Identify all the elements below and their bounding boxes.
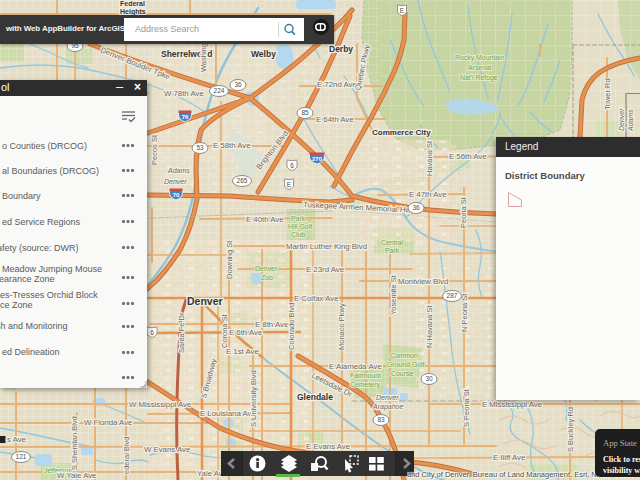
svg-text:Santa Fe Dr: Santa Fe Dr [177, 312, 186, 353]
svg-text:ederal Blvd: ederal Blvd [122, 436, 131, 474]
svg-text:Denver: Denver [187, 295, 223, 307]
svg-text:Course: Course [391, 370, 413, 377]
svg-text:Montview Blvd: Montview Blvd [398, 277, 448, 286]
svg-text:Hill Golf: Hill Golf [288, 223, 312, 230]
svg-text:Nat'l Refuge: Nat'l Refuge [460, 74, 498, 82]
svg-text:Zoo: Zoo [261, 274, 273, 281]
svg-text:Corona St: Corona St [220, 313, 229, 348]
svg-text:E 56th Ave: E 56th Ave [449, 152, 487, 161]
svg-text:E Evans Ave: E Evans Ave [306, 442, 350, 451]
svg-text:Monaco Pkwy: Monaco Pkwy [337, 303, 346, 350]
svg-text:Common: Common [390, 352, 418, 359]
svg-text:Downing St: Downing St [225, 240, 234, 279]
svg-text:Denver: Denver [376, 394, 399, 401]
svg-text:Park: Park [385, 247, 400, 254]
svg-text:N Havana St: N Havana St [425, 305, 434, 348]
svg-text:53: 53 [196, 144, 204, 151]
svg-text:Denver: Denver [618, 108, 625, 131]
svg-text:S Peoria St: S Peoria St [462, 388, 471, 427]
svg-text:s Ave: s Ave [7, 435, 26, 444]
svg-text:E 23rd Ave: E 23rd Ave [306, 265, 344, 274]
svg-text:E Louisiana Ave: E Louisiana Ave [200, 409, 256, 418]
svg-text:N Peoria St: N Peoria St [460, 293, 469, 332]
svg-text:E 1st Ave: E 1st Ave [226, 347, 259, 356]
svg-text:287: 287 [447, 292, 458, 299]
svg-text:Arsenal: Arsenal [468, 64, 492, 71]
svg-text:S University Blvd: S University Blvd [249, 370, 258, 427]
svg-text:224: 224 [214, 87, 225, 94]
svg-text:E Alameda Ave: E Alameda Ave [329, 362, 382, 371]
svg-text:E 58th Ave: E 58th Ave [213, 141, 251, 150]
svg-text:W 78th Ave: W 78th Ave [164, 89, 204, 98]
svg-text:Fairmount: Fairmount [350, 372, 381, 379]
svg-text:W Evans Ave: W Evans Ave [144, 445, 190, 454]
svg-text:E 64th Ave: E 64th Ave [316, 115, 354, 124]
svg-text:265: 265 [237, 177, 248, 184]
svg-text:Federal: Federal [120, 0, 145, 7]
svg-text:Welby: Welby [251, 49, 276, 59]
svg-text:85: 85 [301, 109, 309, 116]
svg-text:36: 36 [412, 204, 420, 211]
svg-text:E 47th Ave: E 47th Ave [409, 190, 447, 199]
svg-text:6: 6 [290, 162, 294, 169]
svg-text:Havana St: Havana St [425, 140, 434, 176]
svg-text:70: 70 [173, 192, 180, 198]
svg-text:76: 76 [182, 114, 189, 120]
svg-text:Cemetery: Cemetery [350, 381, 380, 389]
svg-text:Denver: Denver [164, 178, 187, 185]
svg-text:E Mississippi Ave: E Mississippi Ave [482, 400, 542, 409]
svg-text:E Colfax Ave: E Colfax Ave [294, 294, 339, 303]
svg-text:Club: Club [291, 231, 305, 238]
svg-text:270: 270 [312, 156, 323, 162]
svg-text:S Buckley Rd: S Buckley Rd [566, 407, 575, 452]
svg-text:Arapahoe: Arapahoe [372, 403, 403, 411]
svg-text:Peoria St: Peoria St [459, 196, 468, 228]
svg-text:E 40th Ave: E 40th Ave [246, 215, 284, 224]
svg-text:30: 30 [425, 375, 433, 382]
svg-text:E Iliff Ave: E Iliff Ave [493, 453, 525, 462]
svg-text:Park: Park [291, 215, 306, 222]
svg-text:E: E [287, 181, 292, 188]
svg-text:E 72nd Ave: E 72nd Ave [317, 80, 357, 89]
svg-text:36: 36 [234, 81, 242, 88]
svg-text:E: E [400, 7, 405, 14]
svg-text:Ground Golf: Ground Golf [387, 361, 425, 368]
svg-text:W Yale Ave: W Yale Ave [57, 471, 96, 480]
svg-text:Adams: Adams [627, 109, 634, 132]
svg-text:121: 121 [16, 453, 27, 460]
svg-text:Derby: Derby [329, 44, 353, 54]
svg-text:Tower Rd: Tower Rd [603, 78, 612, 110]
svg-text:W Florida Ave: W Florida Ave [84, 418, 132, 427]
svg-text:6: 6 [150, 329, 154, 336]
svg-text:S Sheridan Blvd: S Sheridan Blvd [70, 416, 79, 470]
svg-text:W Mississippi Ave: W Mississippi Ave [129, 400, 191, 409]
svg-text:Martin Luther King Blvd: Martin Luther King Blvd [286, 242, 367, 251]
svg-text:Commerce City: Commerce City [372, 128, 431, 137]
svg-text:Yale Av: Yale Av [197, 469, 223, 478]
svg-text:Denver: Denver [255, 265, 278, 272]
svg-text:Colorado Blvd: Colorado Blvd [287, 303, 296, 350]
svg-text:Adams: Adams [167, 167, 190, 174]
svg-text:Yosemite St: Yosemite St [389, 274, 398, 315]
svg-text:Rocky Mountain: Rocky Mountain [455, 54, 505, 62]
svg-text:83: 83 [377, 416, 385, 423]
svg-text:Central: Central [381, 239, 404, 246]
svg-text:Glendale: Glendale [297, 392, 333, 402]
svg-text:E 6th Ave: E 6th Ave [229, 328, 262, 337]
svg-text:Pecos St: Pecos St [150, 134, 159, 165]
